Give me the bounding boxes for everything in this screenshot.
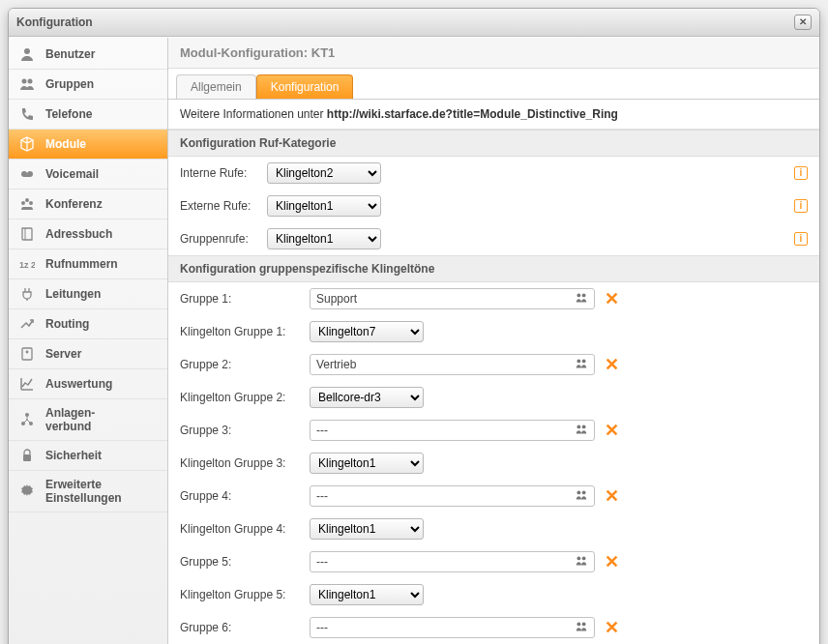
sidebar-item-users[interactable]: Gruppen <box>9 70 167 100</box>
group-picker-1[interactable]: Support <box>310 288 595 309</box>
group-pick-icon[interactable] <box>575 554 588 571</box>
sidebar-item-label: Auswertung <box>45 377 112 391</box>
delete-group-3[interactable]: ✕ <box>605 424 619 437</box>
sidebar-item-cluster[interactable]: Anlagen- verbund <box>9 399 167 441</box>
svg-point-7 <box>25 198 29 202</box>
row-gruppe-3: Gruppe 3:---✕ <box>168 414 819 447</box>
gear-icon <box>18 483 36 499</box>
sidebar-item-label: Voicemail <box>45 167 99 181</box>
sidebar-item-plug[interactable]: Leitungen <box>9 279 167 309</box>
sidebar-item-lock[interactable]: Sicherheit <box>9 441 167 471</box>
sidebar-item-server[interactable]: Server <box>9 339 167 369</box>
info-icon[interactable]: i <box>794 166 808 180</box>
cube-icon <box>18 136 36 152</box>
tab-konfiguration[interactable]: Konfiguration <box>256 74 354 99</box>
label-externe-rufe: Externe Rufe: <box>180 199 263 213</box>
info-icon[interactable]: i <box>794 232 808 246</box>
row-externe-rufe: Externe Rufe: Klingelton1 i <box>168 190 819 222</box>
sidebar-item-label: Telefone <box>45 107 92 121</box>
label-gruppe: Gruppe 1: <box>180 292 306 306</box>
group-picker-4[interactable]: --- <box>310 485 595 507</box>
row-klingelton-gruppe-4: Klingelton Gruppe 4:Klingelton1 <box>168 512 819 545</box>
info-text: Weitere Informationen unter <box>180 107 327 121</box>
group-pick-icon[interactable] <box>575 357 588 373</box>
row-klingelton-gruppe-2: Klingelton Gruppe 2:Bellcore-dr3 <box>168 381 819 414</box>
content-header-name: KT1 <box>311 45 336 60</box>
sidebar-item-phone[interactable]: Telefone <box>9 100 167 130</box>
phone-icon <box>18 106 36 122</box>
tab-allgemein[interactable]: Allgemein <box>176 74 256 99</box>
users-icon <box>18 76 36 92</box>
sidebar-item-chart[interactable]: Auswertung <box>9 369 167 399</box>
scroll-pane[interactable]: Weitere Informationen unter http://wiki.… <box>168 100 819 644</box>
select-externe-rufe[interactable]: Klingelton1 <box>267 195 381 217</box>
label-gruppe: Gruppe 3: <box>180 424 306 437</box>
info-icon[interactable]: i <box>794 199 808 213</box>
svg-rect-5 <box>24 175 30 177</box>
sidebar-item-tape[interactable]: Voicemail <box>9 160 167 190</box>
sidebar-item-label: Gruppen <box>45 77 94 91</box>
svg-point-6 <box>21 201 25 205</box>
sidebar-item-cube[interactable]: Module <box>9 130 167 160</box>
select-klingelton-gruppe-4[interactable]: Klingelton1 <box>310 518 424 540</box>
row-gruppenrufe: Gruppenrufe: Klingelton1 i <box>168 222 819 255</box>
svg-point-21 <box>582 359 586 363</box>
sidebar: BenutzerGruppenTelefoneModuleVoicemailKo… <box>9 38 168 644</box>
lock-icon <box>18 448 36 463</box>
label-gruppe: Gruppe 2: <box>180 358 306 371</box>
svg-rect-11 <box>22 348 32 360</box>
label-klingelton-gruppe: Klingelton Gruppe 2: <box>180 391 306 404</box>
window-close-button[interactable]: ✕ <box>794 15 812 30</box>
delete-group-5[interactable]: ✕ <box>605 555 619 569</box>
sidebar-item-book[interactable]: Adressbuch <box>9 220 167 249</box>
cluster-icon <box>18 412 36 427</box>
routing-icon <box>18 316 36 332</box>
group-pick-icon[interactable] <box>575 423 588 439</box>
sidebar-item-routing[interactable]: Routing <box>9 309 167 339</box>
group-pick-icon[interactable] <box>575 291 588 307</box>
sidebar-item-label: Module <box>45 137 86 151</box>
delete-group-1[interactable]: ✕ <box>605 292 619 306</box>
row-gruppe-6: Gruppe 6:---✕ <box>168 611 819 644</box>
select-interne-rufe[interactable]: Klingelton2 <box>267 162 381 184</box>
sidebar-item-conf[interactable]: Konferenz <box>9 190 167 220</box>
group-picker-5[interactable]: --- <box>310 551 595 572</box>
tab-row: AllgemeinKonfiguration <box>168 69 819 100</box>
sidebar-item-gear[interactable]: Erweiterte Einstellungen <box>9 471 167 512</box>
select-klingelton-gruppe-2[interactable]: Bellcore-dr3 <box>310 387 424 408</box>
row-gruppe-2: Gruppe 2:Vertrieb✕ <box>168 348 819 381</box>
svg-rect-16 <box>23 454 31 461</box>
group-value: Support <box>316 292 357 306</box>
content-header: Modul-Konfiguration: KT1 <box>168 38 819 69</box>
delete-group-4[interactable]: ✕ <box>605 489 619 503</box>
main-area: BenutzerGruppenTelefoneModuleVoicemailKo… <box>9 37 819 644</box>
svg-point-13 <box>25 413 29 417</box>
group-value: --- <box>316 424 328 437</box>
book-icon <box>18 226 36 242</box>
info-link[interactable]: http://wiki.starface.de?title=Module_Dis… <box>327 107 618 121</box>
section-gruppen-klingeltoene: Konfiguration gruppenspezifische Klingel… <box>168 255 819 282</box>
delete-group-6[interactable]: ✕ <box>605 621 619 634</box>
titlebar: Konfiguration ✕ <box>9 9 819 37</box>
group-pick-icon[interactable] <box>575 620 588 636</box>
sidebar-item-label: Konferenz <box>45 197 103 211</box>
select-klingelton-gruppe-1[interactable]: Klingelton7 <box>310 321 424 342</box>
content-header-prefix: Modul-Konfiguration: <box>180 45 308 60</box>
sidebar-item-label: Anlagen- verbund <box>45 406 95 433</box>
sidebar-item-numbers[interactable]: 1z 2zRufnummern <box>9 249 167 279</box>
sidebar-item-user[interactable]: Benutzer <box>9 40 167 70</box>
group-pick-icon[interactable] <box>575 488 588 505</box>
select-klingelton-gruppe-5[interactable]: Klingelton1 <box>310 584 424 605</box>
group-picker-6[interactable]: --- <box>310 617 595 638</box>
delete-group-2[interactable]: ✕ <box>605 358 619 371</box>
group-picker-3[interactable]: --- <box>310 420 595 441</box>
select-gruppenrufe[interactable]: Klingelton1 <box>267 228 381 249</box>
select-klingelton-gruppe-3[interactable]: Klingelton1 <box>310 453 424 474</box>
tape-icon <box>18 166 36 182</box>
sidebar-item-label: Rufnummern <box>45 257 118 271</box>
label-klingelton-gruppe: Klingelton Gruppe 4: <box>180 522 306 536</box>
group-picker-2[interactable]: Vertrieb <box>310 354 595 375</box>
sidebar-item-label: Server <box>45 347 81 361</box>
svg-point-23 <box>582 424 586 428</box>
sidebar-item-label: Erweiterte Einstellungen <box>45 478 122 505</box>
